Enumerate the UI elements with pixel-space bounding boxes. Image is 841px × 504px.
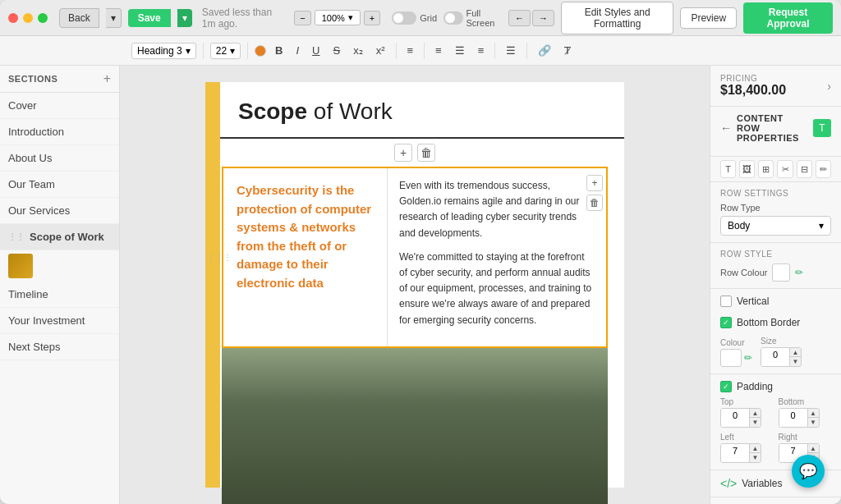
heading-select[interactable]: Heading 3 ▾ (131, 43, 196, 59)
request-approval-button[interactable]: Request Approval (743, 2, 833, 34)
close-button[interactable] (8, 13, 18, 23)
align-left-button[interactable]: ≡ (431, 42, 446, 59)
padding-checkbox[interactable] (720, 381, 732, 392)
edit-styles-button[interactable]: Edit Styles and Formatting (561, 2, 673, 34)
sidebar-item-our-team[interactable]: Our Team (0, 172, 119, 198)
top-label: Top (720, 397, 774, 406)
clear-format-button[interactable]: T̷ (560, 42, 575, 59)
left-decrement-button[interactable]: ▼ (749, 453, 761, 462)
snippets-row[interactable]: ⊞ Snippets (710, 497, 841, 504)
top-stepper: 0 ▲ ▼ (720, 408, 761, 428)
nav-next-button[interactable]: → (532, 10, 554, 26)
svg-point-16 (499, 396, 536, 434)
pen-icon[interactable]: ✏ (816, 160, 831, 178)
sidebar-item-timeline[interactable]: Timeline (0, 282, 119, 308)
text-color-picker[interactable] (255, 45, 266, 57)
table-icon[interactable]: ⊟ (797, 160, 812, 178)
add-section-button[interactable]: + (103, 72, 111, 85)
link-button[interactable]: 🔗 (534, 42, 555, 59)
svg-rect-23 (573, 483, 577, 496)
grid-toggle[interactable] (392, 11, 416, 25)
bottom-border-checkbox[interactable] (720, 317, 732, 328)
chat-bubble-button[interactable]: 💬 (792, 455, 825, 488)
bottom-increment-button[interactable]: ▲ (807, 409, 819, 418)
zoom-control: − 100% ▾ + (294, 10, 380, 25)
padding-checkbox-row: Padding (720, 381, 831, 392)
vertical-checkbox[interactable] (720, 296, 732, 307)
add-col-button[interactable]: + (586, 175, 603, 191)
minimize-button[interactable] (23, 13, 33, 23)
top-increment-button[interactable]: ▲ (749, 409, 761, 418)
sidebar-item-next-steps[interactable]: Next Steps (0, 334, 119, 360)
subscript-button[interactable]: x₂ (349, 42, 367, 59)
sidebar-item-label: Cover (8, 99, 37, 112)
superscript-button[interactable]: x² (372, 42, 389, 59)
border-colour-box[interactable] (720, 349, 742, 367)
sidebar-item-your-investment[interactable]: Your Investment (0, 308, 119, 334)
strikethrough-button[interactable]: S (329, 42, 344, 59)
content-area[interactable]: Scope of Work + 🗑 ⋮⋮⋮ Cybersecurity is t… (120, 66, 710, 504)
separator-4 (424, 43, 425, 59)
preview-button[interactable]: Preview (680, 7, 737, 29)
size-decrement-button[interactable]: ▼ (789, 357, 801, 366)
row-type-select[interactable]: Body ▾ (720, 216, 831, 236)
pricing-expand-icon[interactable]: › (827, 80, 831, 93)
top-decrement-button[interactable]: ▼ (749, 418, 761, 427)
panel-back-button[interactable]: ← (720, 121, 732, 135)
back-button[interactable]: Back (59, 8, 99, 28)
align-right-button[interactable]: ≡ (474, 42, 489, 59)
bottom-decrement-button[interactable]: ▼ (807, 418, 819, 427)
row-drag-handle-icon[interactable]: ⋮⋮⋮ (207, 253, 232, 262)
add-row-button[interactable]: + (394, 144, 412, 162)
underline-button[interactable]: U (308, 42, 324, 59)
image-icon[interactable]: 🖼 (739, 160, 755, 178)
save-button[interactable]: Save (128, 9, 171, 27)
zoom-in-button[interactable]: + (364, 11, 380, 25)
sidebar-item-about-us[interactable]: About Us (0, 145, 119, 172)
sidebar-item-our-services[interactable]: Our Services (0, 198, 119, 224)
align-center-button[interactable]: ☰ (451, 42, 469, 59)
panel-apply-button[interactable]: T (813, 119, 831, 137)
text-icon[interactable]: T (720, 160, 736, 178)
maximize-button[interactable] (38, 13, 48, 23)
pricing-label: PRICING (720, 74, 786, 83)
colour-edit-button[interactable]: ✏ (795, 267, 803, 278)
layout-icon[interactable]: ⊞ (758, 160, 774, 178)
svg-rect-20 (349, 459, 359, 483)
italic-button[interactable]: I (292, 42, 303, 59)
add-row-bar: + 🗑 (205, 139, 624, 167)
bottom-stepper: 0 ▲ ▼ (779, 408, 820, 428)
crop-icon[interactable]: ✂ (777, 160, 793, 178)
pricing-section: PRICING $18,400.00 › (710, 66, 841, 107)
border-colour-edit-button[interactable]: ✏ (744, 352, 752, 364)
bold-button[interactable]: B (271, 42, 287, 59)
delete-row-button[interactable]: 🗑 (417, 144, 435, 162)
row-settings-label: ROW SETTINGS (720, 189, 831, 198)
svg-point-7 (278, 404, 314, 440)
sidebar-item-cover[interactable]: Cover (0, 93, 119, 119)
sidebar-item-label: Our Team (8, 178, 55, 190)
font-size-select[interactable]: 22 ▾ (210, 43, 241, 59)
list-button[interactable]: ☰ (502, 42, 520, 59)
zoom-out-button[interactable]: − (294, 11, 310, 25)
vertical-label: Vertical (737, 296, 769, 307)
zoom-value: 100% ▾ (315, 10, 361, 25)
colour-picker-box[interactable] (772, 263, 790, 282)
back-arrow-button[interactable]: ▾ (106, 8, 122, 28)
svg-rect-21 (350, 457, 358, 461)
size-increment-button[interactable]: ▲ (789, 348, 801, 357)
colour-size-row: Colour ✏ Size 0 ▲ ▼ (720, 337, 831, 367)
left-increment-button[interactable]: ▲ (749, 444, 761, 453)
delete-col-button[interactable]: 🗑 (586, 195, 603, 211)
sidebar-item-label: Scope of Work (30, 231, 104, 243)
line-height-button[interactable]: ≡ (403, 42, 418, 59)
sidebar-item-introduction[interactable]: Introduction (0, 119, 119, 145)
padding-label: Padding (737, 381, 773, 392)
row-style-label: ROW STYLE (720, 250, 831, 259)
bottom-value: 0 (779, 409, 807, 427)
right-increment-button[interactable]: ▲ (807, 444, 819, 453)
fullscreen-toggle[interactable] (443, 11, 462, 25)
sidebar-item-scope-of-work[interactable]: ⋮⋮ Scope of Work (0, 224, 119, 250)
nav-prev-button[interactable]: ← (508, 10, 531, 26)
save-arrow-button[interactable]: ▾ (177, 9, 192, 27)
